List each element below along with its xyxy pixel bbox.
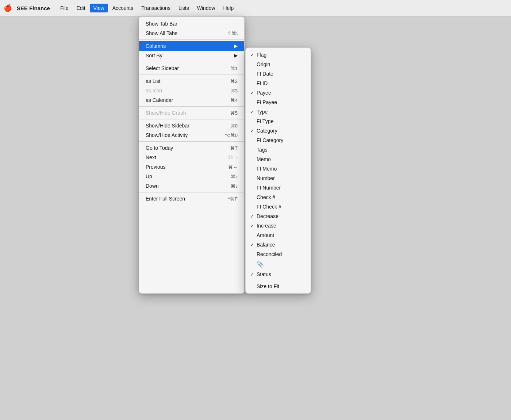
- menu-as-calendar[interactable]: as Calendar ⌘4: [139, 95, 244, 105]
- menu-show-hide-sidebar[interactable]: Show/Hide Sidebar ⌘0: [139, 121, 244, 130]
- col-origin[interactable]: Origin: [246, 60, 311, 69]
- menu-columns[interactable]: Columns ▶: [139, 41, 244, 51]
- col-balance[interactable]: ✓ Balance: [246, 240, 311, 249]
- col-size-to-fit[interactable]: Size to Fit: [246, 282, 311, 291]
- menu-next[interactable]: Next ⌘→: [139, 153, 244, 162]
- menu-show-tab-bar[interactable]: Show Tab Bar: [139, 19, 244, 28]
- apple-icon[interactable]: 🍎: [4, 4, 12, 12]
- col-type[interactable]: ✓ Type: [246, 107, 311, 117]
- col-number[interactable]: Number: [246, 173, 311, 183]
- menu-window[interactable]: Window: [193, 4, 219, 12]
- separator-6: [139, 141, 244, 142]
- col-fi-date[interactable]: FI Date: [246, 69, 311, 79]
- menu-sort-by[interactable]: Sort By ▶: [139, 51, 244, 60]
- menu-as-icon: as Icon ⌘3: [139, 86, 244, 95]
- menu-select-sidebar[interactable]: Select Sidebar ⌘1: [139, 64, 244, 73]
- col-memo[interactable]: Memo: [246, 154, 311, 164]
- menu-transactions[interactable]: Transactions: [138, 4, 174, 12]
- app-name: SEE Finance: [17, 5, 50, 11]
- separator-3: [139, 75, 244, 75]
- menu-up[interactable]: Up ⌘↑: [139, 172, 244, 181]
- menu-accounts[interactable]: Accounts: [109, 4, 137, 12]
- menu-show-hide-activity[interactable]: Show/Hide Activity ⌥⌘0: [139, 130, 244, 140]
- col-fi-payee[interactable]: FI Payee: [246, 98, 311, 107]
- menu-go-to-today[interactable]: Go to Today ⌘T: [139, 143, 244, 153]
- menu-file[interactable]: File: [57, 4, 72, 12]
- menu-as-list[interactable]: as List ⌘2: [139, 76, 244, 86]
- col-payee[interactable]: ✓ Payee: [246, 88, 311, 98]
- separator-5: [139, 119, 244, 119]
- separator-2: [139, 62, 244, 62]
- view-menu: Show Tab Bar Show All Tabs ⇧⌘\ Columns ▶…: [139, 16, 245, 294]
- col-tags[interactable]: Tags: [246, 145, 311, 154]
- menu-show-all-tabs[interactable]: Show All Tabs ⇧⌘\: [139, 28, 244, 38]
- separator-1: [139, 39, 244, 40]
- col-fi-check-hash[interactable]: FI Check #: [246, 202, 311, 211]
- menu-previous[interactable]: Previous ⌘←: [139, 162, 244, 172]
- separator-4: [139, 106, 244, 107]
- col-fi-number[interactable]: FI Number: [246, 183, 311, 192]
- col-attachment[interactable]: 📎: [246, 259, 311, 270]
- col-check-hash[interactable]: Check #: [246, 192, 311, 202]
- menu-show-hide-graph: Show/Hide Graph ⌘5: [139, 108, 244, 118]
- dropdown-area: Show Tab Bar Show All Tabs ⇧⌘\ Columns ▶…: [139, 16, 311, 294]
- menubar: 🍎 SEE Finance File Edit View Accounts Tr…: [0, 0, 511, 16]
- col-fi-memo[interactable]: FI Memo: [246, 164, 311, 173]
- menu-edit[interactable]: Edit: [73, 4, 89, 12]
- col-status[interactable]: ✓ Status: [246, 270, 311, 279]
- col-category[interactable]: ✓ Category: [246, 126, 311, 135]
- menu-enter-full-screen[interactable]: Enter Full Screen ^⌘F: [139, 194, 244, 203]
- col-flag[interactable]: ✓ Flag: [246, 50, 311, 60]
- menu-view[interactable]: View: [90, 4, 108, 12]
- columns-submenu: ✓ Flag Origin FI Date FI ID ✓ Payee FI P…: [245, 47, 311, 294]
- col-reconciled[interactable]: Reconciled: [246, 249, 311, 259]
- col-fi-type[interactable]: FI Type: [246, 117, 311, 126]
- col-decrease[interactable]: ✓ Decrease: [246, 211, 311, 221]
- size-to-fit-separator: [246, 280, 311, 280]
- menu-lists[interactable]: Lists: [175, 4, 193, 12]
- col-amount[interactable]: Amount: [246, 230, 311, 240]
- col-fi-category[interactable]: FI Category: [246, 135, 311, 145]
- col-fi-id[interactable]: FI ID: [246, 79, 311, 88]
- menu-help[interactable]: Help: [219, 4, 237, 12]
- col-increase[interactable]: ✓ Increase: [246, 221, 311, 230]
- separator-7: [139, 192, 244, 192]
- menu-down[interactable]: Down ⌘↓: [139, 181, 244, 191]
